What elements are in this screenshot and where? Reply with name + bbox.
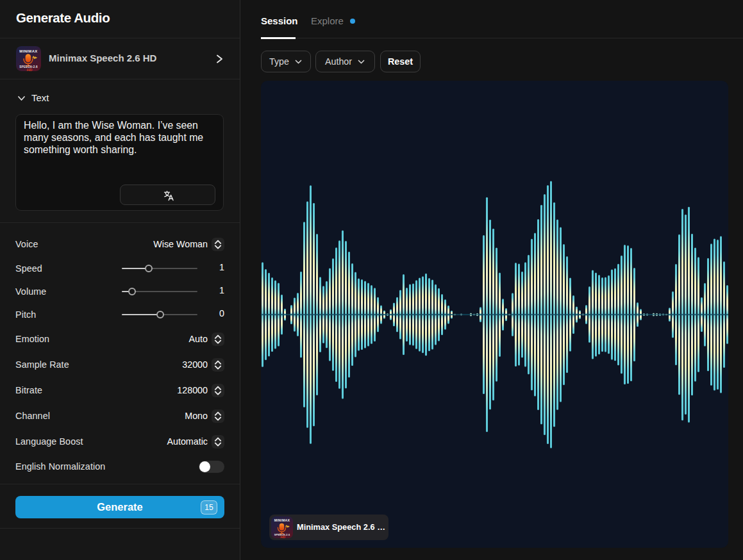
svg-text:HD: HD [281,535,286,538]
svg-text:MINIMAX: MINIMAX [19,49,37,53]
svg-text:MINIMAX: MINIMAX [274,518,290,522]
svg-text:HD: HD [27,68,33,71]
